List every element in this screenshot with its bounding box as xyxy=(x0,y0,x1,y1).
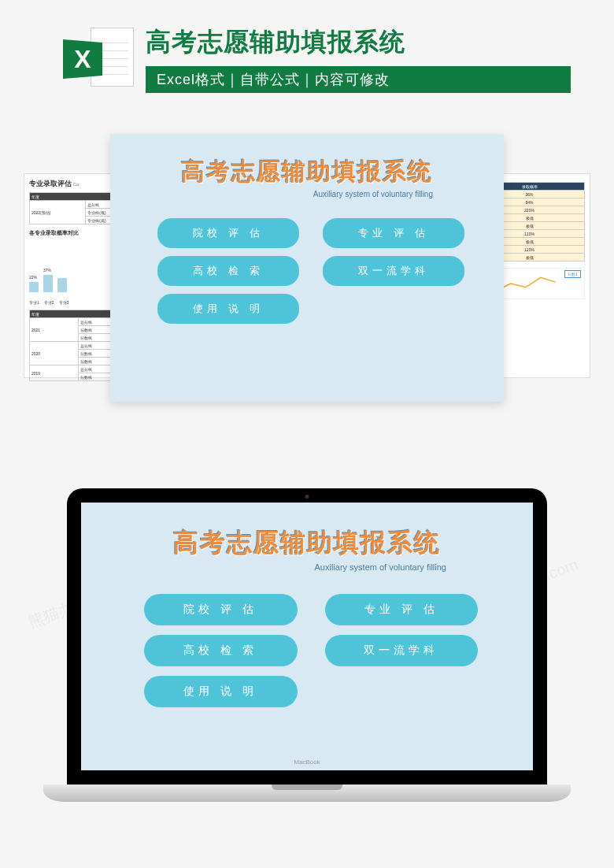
excel-x: X xyxy=(63,39,102,79)
btn-college-search[interactable]: 高校 检 索 xyxy=(144,635,298,666)
yr: 2019 xyxy=(30,365,79,381)
header-bar: X 高考志愿辅助填报系统 Excel格式｜自带公式｜内容可修改 xyxy=(0,0,614,110)
bar-label: 专业3 xyxy=(59,300,69,305)
btn-college-eval[interactable]: 院校 评 估 xyxy=(157,218,299,248)
btn-college-eval[interactable]: 院校 评 估 xyxy=(144,594,298,625)
page-subtitle: Excel格式｜自带公式｜内容可修改 xyxy=(146,66,571,93)
card-subtitle: Auxiliary system of voluntary filling xyxy=(110,190,433,198)
excel-icon: X xyxy=(63,24,134,95)
yr: 2020 xyxy=(30,342,79,365)
btn-double-first[interactable]: 双一流学科 xyxy=(323,256,464,286)
legend: 分数1 xyxy=(564,270,581,278)
left-sheet-title: 专业录取评估 xyxy=(29,180,72,187)
yr: 2021 xyxy=(30,318,79,342)
laptop-screen: 高考志愿辅助填报系统 Auxiliary system of voluntary… xyxy=(81,503,533,770)
left-sheet-co: Co xyxy=(73,182,80,187)
btn-double-first[interactable]: 双一流学科 xyxy=(325,635,479,666)
laptop-base xyxy=(43,785,571,802)
left-year: 2022(预估) xyxy=(30,201,86,224)
laptop-mockup: 高考志愿辅助填报系统 Auxiliary system of voluntary… xyxy=(0,488,614,802)
btn-usage-guide[interactable]: 使用 说 明 xyxy=(157,294,299,324)
card-title: 高考志愿辅助填报系统 xyxy=(110,156,504,188)
laptop-frame: 高考志愿辅助填报系统 Auxiliary system of voluntary… xyxy=(67,488,547,785)
main-card: 高考志愿辅助填报系统 Auxiliary system of voluntary… xyxy=(110,134,504,402)
preview-area: 专业录取评估 Co 年度 2022(预估)总分线 专业线(低) 专业线(高) 各… xyxy=(0,126,614,425)
btn-major-eval[interactable]: 专业 评 估 xyxy=(323,218,464,248)
bar-label: 专业1 xyxy=(29,300,39,305)
card-title-laptop: 高考志愿辅助填报系统 xyxy=(81,526,533,561)
card-subtitle-laptop: Auxiliary system of voluntary filling xyxy=(81,562,446,572)
btn-usage-guide[interactable]: 使用 说 明 xyxy=(144,676,298,707)
page-title: 高考志愿辅助填报系统 xyxy=(146,25,598,60)
btn-major-eval[interactable]: 专业 评 估 xyxy=(325,594,479,625)
btn-college-search[interactable]: 高校 检 索 xyxy=(157,256,299,286)
bar-label: 专业2 xyxy=(44,300,54,305)
macbook-label: MacBook xyxy=(67,759,547,766)
